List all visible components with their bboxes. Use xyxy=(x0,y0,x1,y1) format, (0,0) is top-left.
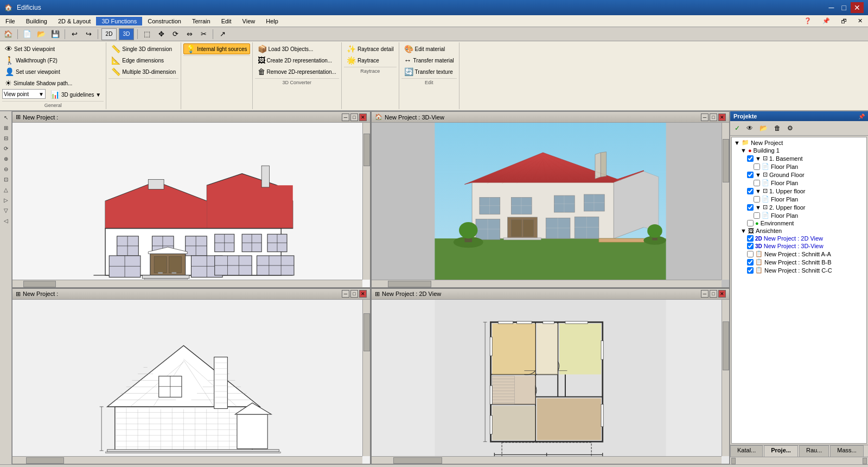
vp-br-maximize[interactable]: □ xyxy=(710,290,717,298)
vp-br-close[interactable]: ✕ xyxy=(718,290,726,298)
viewport-bl-content[interactable] xyxy=(12,300,370,464)
left-tool-7[interactable]: ⊡ xyxy=(1,174,11,184)
minimize-button[interactable]: ─ xyxy=(826,2,838,13)
select-icon[interactable]: ⬚ xyxy=(141,28,153,40)
tree-upper-floor-2[interactable]: ▼ ⊡ 2. Upper floor xyxy=(746,203,865,211)
tree-upper1-floorplan[interactable]: 📄 Floor Plan xyxy=(752,195,865,203)
left-tool-1[interactable]: ↖ xyxy=(1,112,11,122)
walkthrough-btn[interactable]: 🚶 Walkthrough (F2) xyxy=(2,55,60,66)
tree-2d-view[interactable]: 2D New Project : 2D View xyxy=(746,235,865,242)
set-user-viewpoint-btn[interactable]: 👤 Set user viewpoint xyxy=(2,66,63,77)
tab-katalog[interactable]: Katal... xyxy=(730,445,763,457)
left-tool-10[interactable]: ▽ xyxy=(1,205,11,215)
left-tool-5[interactable]: ⊕ xyxy=(1,154,11,163)
set-3d-viewpoint-btn[interactable]: 👁 Set 3D viewpoint xyxy=(2,43,58,54)
tree-3d-view[interactable]: 3D New Project : 3D-View xyxy=(746,242,865,250)
edge-dimensions-btn[interactable]: 📐 Edge dimensions xyxy=(108,55,167,66)
menu-edit[interactable]: Edit xyxy=(216,17,237,26)
schnittcc-checkbox[interactable] xyxy=(747,267,754,274)
menu-view[interactable]: View xyxy=(237,17,261,26)
vp-bl-scrollbar-h[interactable] xyxy=(12,456,362,464)
close-menu-icon[interactable]: ✕ xyxy=(852,16,868,26)
ground-floor-checkbox[interactable] xyxy=(747,172,754,178)
tree-environment[interactable]: ● Environment xyxy=(746,219,865,227)
menu-3d-functions[interactable]: 3D Functions xyxy=(96,17,142,26)
vp-bl-scrollbar-v[interactable] xyxy=(362,300,370,457)
vp-br-scrollbar-h[interactable] xyxy=(372,456,722,464)
vp-bl-close[interactable]: ✕ xyxy=(359,290,367,298)
left-tool-6[interactable]: ⊖ xyxy=(1,164,11,174)
upper2-floorplan-checkbox[interactable] xyxy=(754,212,760,219)
vp-tr-scrollbar-v[interactable] xyxy=(722,123,729,280)
3d-guidelines-btn[interactable]: 📊 3D guidelines ▼ xyxy=(48,89,104,100)
tab-masse[interactable]: Mass... xyxy=(830,445,863,457)
panel-pin-icon[interactable]: 📌 xyxy=(858,113,865,119)
schnittaa-checkbox[interactable] xyxy=(747,251,754,257)
open-icon[interactable]: 📂 xyxy=(35,28,47,40)
vp-br-scrollbar-v[interactable] xyxy=(722,300,729,457)
close-button[interactable]: ✕ xyxy=(851,2,864,13)
menu-2d-layout[interactable]: 2D & Layout xyxy=(53,17,97,26)
simulate-shadow-btn[interactable]: ☀ Simulate Shadow path... xyxy=(2,78,75,89)
left-tool-8[interactable]: △ xyxy=(1,185,11,194)
scale-icon[interactable]: ⇔ xyxy=(183,28,195,40)
help-icon[interactable]: ❓ xyxy=(799,16,817,26)
menu-construction[interactable]: Construction xyxy=(142,17,187,26)
2d-toggle[interactable]: 2D xyxy=(101,28,117,40)
vp-tl-scrollbar-v[interactable] xyxy=(362,123,370,280)
proj-settings-icon[interactable]: ⚙ xyxy=(784,123,796,134)
upper2-checkbox[interactable] xyxy=(747,204,754,211)
tree-building-1[interactable]: ▼ ● Building 1 xyxy=(739,147,865,154)
transfer-texture-btn[interactable]: 🔄 Transfer texture xyxy=(401,66,456,77)
environment-checkbox[interactable] xyxy=(747,220,754,226)
vp-bl-minimize[interactable]: ─ xyxy=(342,290,349,298)
vp-tr-close[interactable]: ✕ xyxy=(718,113,726,121)
tree-ground-floor[interactable]: ▼ ⊡ Ground Floor xyxy=(746,171,865,179)
proj-check-icon[interactable]: ✓ xyxy=(732,123,743,134)
right-panel-scrollbar[interactable] xyxy=(730,457,868,464)
tree-schnitt-aa[interactable]: 📋 New Project : Schnitt A-A xyxy=(746,250,865,258)
redo-icon[interactable]: ↪ xyxy=(82,28,94,40)
tree-ground-floorplan[interactable]: 📄 Floor Plan xyxy=(752,179,865,187)
raytrace-detail-btn[interactable]: ✨ Raytrace detail xyxy=(344,43,397,54)
save-icon[interactable]: 💾 xyxy=(49,28,61,40)
remove-2d-representation-btn[interactable]: 🗑 Remove 2D-representation... xyxy=(255,66,339,77)
left-tool-4[interactable]: ⟳ xyxy=(1,143,11,153)
vp-tl-scrollbar-h[interactable] xyxy=(12,280,362,287)
raytrace-btn[interactable]: 🌟 Raytrace xyxy=(344,55,382,66)
tab-raume[interactable]: Rau... xyxy=(799,445,829,457)
left-tool-2[interactable]: ⊞ xyxy=(1,123,11,132)
vp-tr-minimize[interactable]: ─ xyxy=(701,113,709,121)
pin-icon[interactable]: 📌 xyxy=(817,16,835,26)
left-tool-11[interactable]: ◁ xyxy=(1,216,11,225)
vp-tl-minimize[interactable]: ─ xyxy=(342,113,349,121)
vp-tr-maximize[interactable]: □ xyxy=(710,113,717,121)
proj-eye-icon[interactable]: 👁 xyxy=(744,123,756,134)
viewpoint-dropdown[interactable]: View point ▼ xyxy=(2,89,46,99)
rotate-icon[interactable]: ⟳ xyxy=(169,28,181,40)
schnittbb-checkbox[interactable] xyxy=(747,259,754,266)
proj-open-icon[interactable]: 📂 xyxy=(757,123,770,134)
internal-light-sources-btn[interactable]: 💡 Internal light sources xyxy=(183,43,250,54)
vp-tl-maximize[interactable]: □ xyxy=(350,113,358,121)
maximize-button[interactable]: □ xyxy=(839,2,850,13)
viewport-tr-content[interactable] xyxy=(372,123,729,287)
transfer-material-btn[interactable]: ↔ Transfer material xyxy=(401,55,457,66)
tree-basement[interactable]: ▼ ⊡ 1. Basement xyxy=(746,154,865,162)
vp-tr-scrollbar-h[interactable] xyxy=(372,280,722,287)
undo-icon[interactable]: ↩ xyxy=(68,28,80,40)
3d-toggle[interactable]: 3D xyxy=(119,28,134,40)
ground-floorplan-checkbox[interactable] xyxy=(754,180,760,186)
vp-br-minimize[interactable]: ─ xyxy=(701,290,709,298)
menu-building[interactable]: Building xyxy=(21,17,53,26)
basement-checkbox[interactable] xyxy=(747,155,754,162)
tree-schnitt-bb[interactable]: 📋 New Project : Schnitt B-B xyxy=(746,258,865,266)
2dview-checkbox[interactable] xyxy=(747,235,754,242)
cut-icon[interactable]: ✂ xyxy=(197,28,209,40)
proj-delete-icon[interactable]: 🗑 xyxy=(771,123,783,134)
vp-tl-close[interactable]: ✕ xyxy=(359,113,367,121)
load-3d-objects-btn[interactable]: 📦 Load 3D Objects... xyxy=(255,43,316,54)
tab-projekte[interactable]: Proje... xyxy=(764,445,798,457)
tree-schnitt-cc[interactable]: 📋 New Project : Schnitt C-C xyxy=(746,266,865,274)
single-3d-dimension-btn[interactable]: 📏 Single 3D dimension xyxy=(108,43,175,54)
